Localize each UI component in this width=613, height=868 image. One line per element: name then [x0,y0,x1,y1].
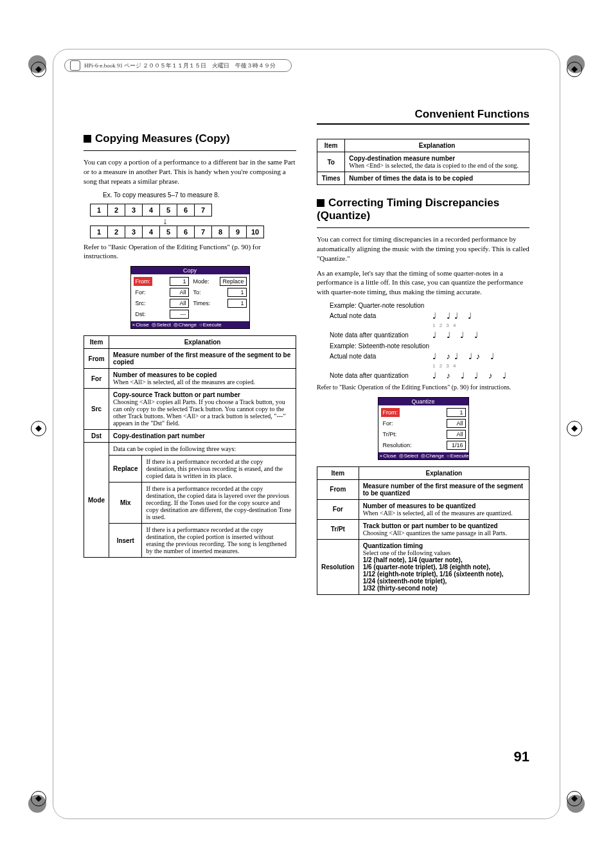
left-column: Copying Measures (Copy) You can copy a p… [84,108,296,595]
th-explanation: Explanation [345,139,529,152]
th-item: Item [317,139,345,152]
prepress-header: HPi-6-e.book 91 ページ ２００５年１１月１５日 火曜日 午後３時… [64,59,292,72]
field-value: All [170,299,189,308]
mode-key: Replace [109,456,142,483]
field-label: Tr/Pt: [381,430,399,439]
field-label: Times: [191,299,213,308]
field-label: From: [134,277,153,286]
quantize-p2: As an example, let's say that the timing… [317,269,529,297]
book-icon [70,60,80,71]
mode-val: If there is a performance recorded at th… [142,524,296,558]
quantize-params-table: Item Explanation From Measure number of … [317,466,529,595]
copy-intro: You can copy a portion of a performance … [84,157,296,186]
mode-key: Mix [109,483,142,524]
field-label: Src: [134,299,148,308]
row-val: Copy-destination part number [109,430,296,443]
mode-key: Insert [109,524,142,558]
row-val: Measure number of the first measure of t… [359,479,529,499]
field-label: From: [381,408,400,417]
row-key: From [317,479,359,499]
diagram-title: Example: Quarter-note resolution [330,302,529,309]
measure-cell: 6 [177,204,194,217]
field-value: 1 [227,288,247,297]
row-val: Measure number of the first measure of t… [109,349,296,369]
measure-cell: 3 [125,204,142,217]
row-key: To [317,152,345,172]
row-key: From [84,349,109,369]
field-value: --- [170,310,189,319]
field-value: 1 [227,299,247,308]
register-mark-icon [31,791,46,806]
register-mark-icon [567,791,582,806]
notes-icon: ♩ ♩ ♩ ♩ [432,330,482,340]
measure-cell: 5 [159,204,177,217]
register-mark-icon [31,421,46,436]
diagram-label: Actual note data [330,353,432,360]
measure-cell: 1 [90,226,107,238]
field-label: Mode: [191,277,211,286]
heading-copy: Copying Measures (Copy) [84,132,296,145]
heading-quantize: Correcting Timing Discrepancies (Quantiz… [317,197,529,222]
content: Copying Measures (Copy) You can copy a p… [84,108,529,595]
register-mark-icon [567,421,582,436]
copy-dialog-screenshot: Copy From:1 For:All Src:All Dst:--- Mode… [130,266,250,329]
field-value: Replace [220,277,246,286]
row-val: Copy-source Track button or part number … [109,389,296,430]
field-value: All [170,288,189,297]
row-val: Quantization timing Select one of the fo… [359,539,529,594]
th-explanation: Explanation [109,336,296,349]
field-label: To: [191,288,203,297]
dialog-title: Quantize [378,398,468,405]
measure-cell: 4 [142,204,159,217]
row-key: Mode [84,443,109,558]
dialog-foot-btn: Execute [447,453,469,459]
row-val: Number of measures to be copied When <Al… [109,369,296,389]
quantize-p1: You can correct for timing discrepancies… [317,235,529,263]
diagram-title: Example: Sixteenth-note resolution [330,342,529,350]
field-value: All [447,430,466,439]
measure-cell: 1 [90,204,107,217]
measure-cell: 3 [125,226,142,238]
row-val: Number of measures to be quantized When … [359,499,529,519]
dialog-foot-btn: Change [173,322,197,328]
field-label: Resolution: [381,441,414,450]
field-label: Dst: [134,310,148,319]
diagram-label: Note data after quantization [330,372,432,379]
copy-params-table-continued: Item Explanation To Copy-destination mea… [317,139,529,185]
dialog-foot-btn: Select [399,453,418,459]
row-key: For [317,499,359,519]
mode-val: If there is a performance recorded at th… [142,456,296,483]
dialog-title: Copy [131,267,249,274]
measure-diagram: 1 2 3 4 5 6 7 ↓ 1 2 3 4 5 6 7 8 [90,204,296,238]
prepress-header-text: HPi-6-e.book 91 ページ ２００５年１１月１５日 火曜日 午後３時… [84,62,276,70]
copy-example-caption: Ex. To copy measures 5–7 to measure 8. [103,191,296,199]
page: HPi-6-e.book 91 ページ ２００５年１１月１５日 火曜日 午後３時… [0,0,613,868]
dialog-foot-btn: Close [132,322,149,328]
diagram-label: Note data after quantization [330,332,432,339]
row-val: Data can be copied in the following thre… [109,443,296,456]
register-mark-icon [31,62,46,77]
measure-cell: 10 [246,226,264,238]
measure-cell: 5 [159,226,177,238]
field-label: For: [134,288,148,297]
field-label: For: [381,419,395,428]
notes-icon: ♩ ♪♩ ♩♪ ♩ [432,351,498,361]
measure-cell: 9 [229,226,246,238]
field-value: All [447,419,466,428]
tick-numbers: 1 2 3 4 [432,363,457,369]
dialog-foot-btn: Select [152,322,171,328]
row-val: Track button or part number to be quanti… [359,519,529,539]
notes-icon: ♩ ♩♩ ♩ [432,311,475,321]
measure-cell: 2 [107,204,125,217]
quantize-diagram-quarter: Example: Quarter-note resolution Actual … [330,302,529,340]
measure-cell: 7 [194,204,212,217]
rule [317,123,529,125]
diagram-label: Actual note data [330,312,432,319]
measure-cell: 2 [107,226,125,238]
field-value: 1 [447,408,466,417]
dialog-foot-btn: Execute [199,322,222,328]
measure-cell: 6 [177,226,194,238]
register-mark-icon [567,62,582,77]
copy-params-table: Item Explanation From Measure number of … [84,335,296,558]
mode-val: If there is a performance recorded at th… [142,483,296,524]
